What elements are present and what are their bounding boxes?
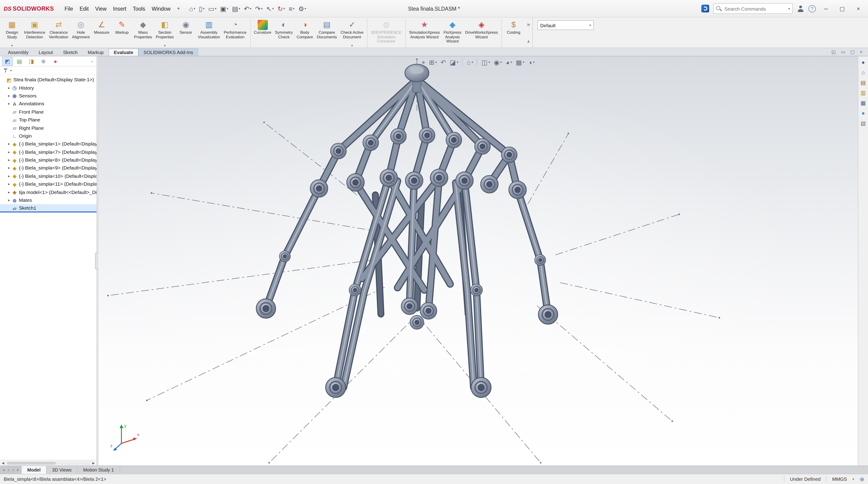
tree-item-right-plane[interactable]: ▱ Right Plane (0, 124, 96, 132)
apply-scene-button[interactable]: ▦ ▾ (516, 59, 525, 66)
doc-window-close-button[interactable]: × (860, 50, 863, 55)
tree-item-assembly-root[interactable]: ◩ Stea finala (Default<Display State-1>) (0, 76, 96, 84)
compare-documents-button[interactable]: ▤ Compare Documents ▾ (315, 19, 339, 48)
zoom-to-fit-button[interactable]: ⌖ (422, 59, 425, 66)
search-input[interactable] (723, 5, 786, 12)
save-button[interactable]: ▣ ▾ (219, 4, 230, 13)
rebuild-button[interactable]: ↻ ▾ (276, 4, 286, 13)
expand-arrow-icon[interactable] (6, 150, 11, 154)
costing-button[interactable]: $ Costing ▾ (503, 19, 524, 48)
measure-button[interactable]: ∠ Measure ▾ (91, 19, 112, 48)
taskpane-view-palette-tab[interactable]: ▦ (861, 100, 866, 106)
sensor-button[interactable]: ◉ Sensor ▾ (176, 19, 196, 48)
markup-button[interactable]: ✎ Markup ▾ (112, 19, 132, 48)
view-settings-button[interactable]: ◑ ▾ (528, 59, 535, 66)
configurationmanager-tab[interactable]: ◨ (26, 57, 37, 66)
3dexperience-badge-icon[interactable] (701, 5, 709, 12)
displaymanager-tab[interactable]: ● (50, 57, 61, 66)
globe-icon[interactable]: ⊕ (860, 476, 864, 482)
menubar-item[interactable]: View (92, 4, 110, 13)
3dexperience-simulation-connector-button[interactable]: ◍ 3DEXPERIENCE Simulation Connector ▾ (369, 19, 406, 48)
tree-item-top-plane[interactable]: ▱ Top Plane (0, 116, 96, 124)
taskpane-custom-properties-tab[interactable]: ▧ (861, 121, 866, 126)
minimize-button[interactable]: ─ (820, 3, 832, 14)
tab-scroll-icon[interactable]: « (2, 468, 6, 472)
expand-arrow-icon[interactable] (6, 198, 11, 202)
taskpane-3dexperience-tab[interactable]: ● (862, 60, 865, 66)
close-button[interactable]: × (852, 3, 864, 14)
chevron-down-icon[interactable]: ▾ (852, 477, 854, 481)
performance-evaluation-button[interactable]: ◔ Performance Evaluation ▾ (222, 19, 250, 48)
section-properties-button[interactable]: ◧ Section Properties ▾ (154, 19, 176, 48)
tree-item-biela-simpla-11[interactable]: ◆ (-) Biela_simpla<11> (Default<Display … (0, 180, 96, 188)
tree-item-origin[interactable]: ∟ Origin (0, 132, 96, 140)
search-caret-icon[interactable]: ▾ (788, 7, 790, 10)
assembly-model[interactable] (98, 56, 858, 465)
redo-button[interactable]: ↷ ▾ (254, 4, 264, 13)
3d-views-tab[interactable]: 3D Views (46, 466, 78, 474)
expand-arrow-icon[interactable] (6, 142, 11, 146)
check-active-document-button[interactable]: ✓ Check Active Document ▾ (339, 19, 368, 48)
menubar-item[interactable]: Insert (110, 4, 130, 13)
menubar-item[interactable]: File (61, 4, 76, 13)
expand-arrow-icon[interactable] (6, 174, 11, 178)
propertymanager-tab[interactable]: ▤ (14, 57, 25, 66)
select-button[interactable]: ↖ ▾ (265, 4, 275, 13)
tree-item-biela-simpla-9[interactable]: ◆ (-) Biela_simpla<9> (Default<Display S… (0, 164, 96, 172)
simulationxpress-analysis-wizard-button[interactable]: ★ SimulationXpress Analysis Wizard ▾ (407, 19, 442, 48)
symmetry-check-button[interactable]: ◐ Symmetry Check ▾ (273, 19, 294, 48)
curvature-button[interactable]: ■ Curvature ▾ (252, 19, 273, 48)
open-document-button[interactable]: ▭ ▾ (207, 4, 218, 13)
help-button[interactable]: ? (808, 5, 816, 12)
taskpane-resources-tab[interactable]: ⌂ (862, 70, 865, 76)
expand-arrow-icon[interactable] (6, 166, 11, 170)
tab-evaluate[interactable]: Evaluate (109, 49, 138, 56)
assembly-visualization-button[interactable]: ▥ Assembly Visualization ▾ (196, 19, 222, 48)
tree-item-annotations[interactable]: A Annotations (0, 100, 96, 108)
menubar-item[interactable]: Edit (76, 4, 92, 13)
menubar-item[interactable]: Window (149, 4, 174, 13)
options-button[interactable]: ⚙ ▾ (297, 4, 308, 13)
doc-window-minimize-button[interactable]: ▭ (841, 50, 845, 55)
maximize-button[interactable]: ▢ (836, 3, 848, 14)
filter-funnel-icon[interactable] (3, 68, 8, 73)
scroll-left-icon[interactable]: ◀ (0, 461, 6, 465)
interference-detection-button[interactable]: ▣ Interference Detection ▾ (22, 19, 47, 48)
expand-arrow-icon[interactable] (6, 182, 11, 186)
expand-arrow-icon[interactable] (6, 190, 11, 194)
edit-appearance-button[interactable]: ◕ ▾ (505, 59, 512, 66)
hide-show-items-button[interactable]: ◉ ▾ (494, 59, 502, 66)
tree-item-biela-simpla-1[interactable]: ◆ (-) Biela_simpla<1> (Default<Display S… (0, 140, 96, 148)
tree-item-biela-simpla-8[interactable]: ◆ (-) Biela_simpla<8> (Default<Display S… (0, 156, 96, 164)
tab-sketch[interactable]: Sketch (58, 49, 83, 56)
scrollbar-thumb[interactable] (7, 462, 56, 464)
ribbon-collapse-button[interactable]: ∧ (527, 39, 530, 44)
section-view-button[interactable]: ◪ ▾ (450, 59, 459, 66)
config-dropdown[interactable]: Default ▾ (537, 20, 594, 30)
tab-markup[interactable]: Markup (83, 49, 109, 56)
tab-solidworks-add-ins[interactable]: SOLIDWORKS Add-Ins (138, 49, 198, 56)
tree-item-tija-model[interactable]: ◆ tija model<1> (Default<<Default>_Disp (0, 188, 96, 196)
doc-window-restore-button[interactable]: ◱ (832, 50, 836, 55)
tab-scroll-icon[interactable]: ‹ (6, 468, 11, 472)
tree-item-biela-simpla-7[interactable]: ◆ (-) Biela_simpla<7> (Default<Display S… (0, 148, 96, 156)
featuremanager-tree-tab[interactable]: ◩ (2, 57, 13, 66)
tab-scroll-icon[interactable]: › (11, 468, 15, 472)
panel-expand-chevron-icon[interactable]: › (89, 59, 95, 64)
print-button[interactable]: ▤ ▾ (230, 4, 242, 13)
graphics-area[interactable]: ⌖ ⊞ ▾ ↶ ◪ ▾ (98, 56, 858, 465)
search-commands-box[interactable]: ▾ (713, 3, 793, 14)
scroll-right-icon[interactable]: ▶ (91, 461, 96, 465)
expand-arrow-icon[interactable] (6, 94, 11, 98)
filter-caret-icon[interactable]: ▾ (10, 68, 12, 72)
panel-splitter[interactable] (96, 56, 98, 465)
zoom-to-area-button[interactable]: ⊞ ▾ (429, 59, 437, 66)
mass-properties-button[interactable]: ◆ Mass Properties ▾ (132, 19, 154, 48)
undo-button[interactable]: ↶ ▾ (243, 4, 253, 13)
display-style-button[interactable]: ◫ ▾ (477, 59, 490, 66)
taskpane-design-library-tab[interactable]: ▤ (861, 80, 866, 86)
motion-study-1-tab[interactable]: Motion Study 1 (78, 466, 120, 474)
driveworksxpress-wizard-button[interactable]: ◈ DriveWorksXpress Wizard ▾ (463, 19, 502, 48)
hole-alignment-button[interactable]: ◎ Hole Alignment ▾ (70, 19, 91, 48)
body-compare-button[interactable]: ◑ Body Compare ▾ (294, 19, 315, 48)
